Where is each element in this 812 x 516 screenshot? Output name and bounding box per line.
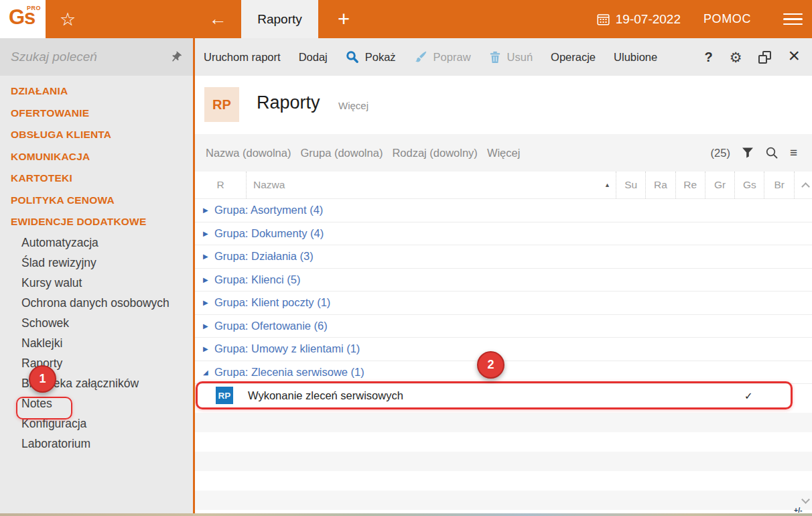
sidebar-item-naklejki[interactable]: Naklejki [0, 334, 193, 354]
group-label: Grupa: Klient poczty (1) [214, 296, 330, 309]
record-count: (25) [711, 147, 730, 159]
filter-funnel-icon[interactable] [742, 147, 754, 159]
edit-button[interactable]: Popraw [414, 50, 471, 64]
report-list: ▶ Grupa: Asortyment (4) ▶ Grupa: Dokumen… [195, 199, 812, 516]
list-options-icon[interactable]: ≡ [790, 145, 797, 160]
tree-collapsed-icon[interactable]: ▶ [203, 253, 214, 260]
sidebar-item-automatyzacja[interactable]: Automatyzacja [0, 233, 193, 253]
delete-button-label: Usuń [507, 51, 533, 64]
sidebar-item-dzialania[interactable]: DZIAŁANIA [0, 80, 193, 103]
column-header-gr[interactable]: Gr [705, 172, 735, 198]
sidebar-item-raporty[interactable]: Raporty [0, 354, 193, 374]
annotation-step-1: 1 [29, 365, 56, 393]
page-title: Raporty [257, 92, 320, 113]
column-header-br[interactable]: Br [764, 172, 794, 198]
tree-collapsed-icon[interactable]: ▶ [203, 276, 214, 283]
edit-button-label: Popraw [433, 51, 471, 64]
column-header-gs[interactable]: Gs [735, 172, 764, 198]
empty-row [195, 491, 812, 510]
tree-collapsed-icon[interactable]: ▶ [203, 345, 214, 352]
show-button[interactable]: Pokaż [346, 50, 396, 64]
main-panel: Uruchom raport Dodaj Pokaż Popraw [195, 38, 812, 516]
current-date: 19-07-2022 [616, 12, 681, 27]
sidebar-item-ochrona-danych[interactable]: Ochrona danych osobowych [0, 294, 193, 314]
sidebar-item-komunikacja[interactable]: KOMUNIKACJA [0, 146, 193, 168]
operations-button[interactable]: Operacje [551, 51, 596, 64]
sidebar-item-polityka-cenowa[interactable]: POLITYKA CENOWA [0, 190, 193, 212]
sidebar-item-ewidencje-dodatkowe[interactable]: EWIDENCJE DODATKOWE [0, 211, 193, 233]
column-header-r[interactable]: R [195, 172, 247, 198]
trash-icon [489, 50, 501, 64]
sort-asc-icon: ▲ [604, 182, 616, 188]
tree-collapsed-icon[interactable]: ▶ [203, 299, 214, 306]
date-picker[interactable]: 19-07-2022 [597, 12, 681, 27]
filter-bar: Nazwa (dowolna) Grupa (dowolna) Rodzaj (… [195, 134, 812, 172]
run-report-button[interactable]: Uruchom raport [204, 51, 281, 64]
empty-row [195, 432, 812, 452]
group-row-umowy[interactable]: ▶ Grupa: Umowy z klientami (1) [195, 338, 812, 361]
command-search[interactable]: Szukaj poleceń [0, 38, 193, 76]
sidebar-item-kursy-walut[interactable]: Kursy walut [0, 273, 193, 294]
page-header: RP Raporty Więcej [195, 76, 812, 134]
help-icon[interactable]: ? [704, 50, 712, 65]
tree-collapsed-icon[interactable]: ▶ [203, 230, 214, 237]
tree-collapsed-icon[interactable]: ▶ [203, 322, 214, 330]
sidebar-item-slad-rewizyjny[interactable]: Ślad rewizyjny [0, 253, 193, 273]
help-menu[interactable]: POMOC [703, 12, 751, 26]
sidebar-item-schowek[interactable]: Schowek [0, 314, 193, 334]
column-header-re[interactable]: Re [676, 172, 705, 198]
magnifier-icon [346, 50, 359, 64]
column-header-ra[interactable]: Ra [646, 172, 675, 198]
tab-raporty[interactable]: Raporty [241, 0, 318, 38]
titlebar: Gs PRO ☆ ← Raporty + 19-07-2022 POMOC [0, 0, 812, 38]
more-link[interactable]: Więcej [338, 100, 368, 111]
application-window: Gs PRO ☆ ← Raporty + 19-07-2022 POMOC Sz… [0, 0, 812, 516]
column-header-su[interactable]: Su [616, 172, 646, 198]
annotation-rect-raporty [16, 397, 72, 420]
column-header-nazwa-label: Nazwa [253, 179, 285, 191]
filter-grupa[interactable]: Grupa (dowolna) [300, 147, 383, 159]
group-row-klienci[interactable]: ▶ Grupa: Klienci (5) [195, 269, 812, 292]
app-logo: Gs PRO [0, 0, 46, 38]
back-arrow-icon[interactable]: ← [205, 0, 230, 38]
filter-nazwa[interactable]: Nazwa (dowolna) [206, 147, 291, 159]
logo-pro-text: PRO [27, 5, 41, 11]
hamburger-menu-icon[interactable] [783, 13, 803, 25]
group-label: Grupa: Dokumenty (4) [214, 227, 324, 240]
gear-icon[interactable]: ⚙ [730, 50, 742, 64]
column-header-nazwa[interactable]: Nazwa ▲ [247, 172, 616, 198]
brush-icon [414, 50, 427, 64]
tree-collapsed-icon[interactable]: ▶ [203, 206, 214, 214]
close-icon[interactable]: × [788, 46, 800, 66]
group-row-dokumenty[interactable]: ▶ Grupa: Dokumenty (4) [195, 222, 812, 246]
cascade-windows-icon[interactable] [758, 51, 771, 64]
toolbar: Uruchom raport Dodaj Pokaż Popraw [195, 38, 812, 76]
add-button[interactable]: Dodaj [299, 51, 328, 64]
filter-rodzaj[interactable]: Rodzaj (dowolny) [392, 147, 477, 159]
group-row-klient-poczty[interactable]: ▶ Grupa: Klient poczty (1) [195, 292, 812, 315]
calendar-icon [597, 13, 610, 25]
sidebar-item-laboratorium[interactable]: Laboratorium [0, 434, 193, 454]
search-input[interactable]: Szukaj poleceń [11, 50, 170, 64]
group-row-asortyment[interactable]: ▶ Grupa: Asortyment (4) [195, 199, 812, 222]
tree-expanded-icon[interactable]: ◢ [203, 369, 214, 376]
sidebar-item-ofertowanie[interactable]: OFERTOWANIE [0, 103, 193, 125]
delete-button[interactable]: Usuń [489, 50, 533, 64]
search-list-icon[interactable] [765, 146, 779, 159]
sidebar-item-obsluga-klienta[interactable]: OBSŁUGA KLIENTA [0, 124, 193, 146]
show-button-label: Pokaż [365, 51, 396, 64]
favorites-star-icon[interactable]: ☆ [56, 0, 79, 38]
empty-row [195, 471, 812, 491]
module-badge: RP [204, 87, 239, 122]
table-header: R Nazwa ▲ Su Ra Re Gr Gs Br [195, 172, 812, 199]
favorites-button[interactable]: Ulubione [614, 51, 657, 64]
group-row-dzialania[interactable]: ▶ Grupa: Działania (3) [195, 245, 812, 269]
filter-wiecej[interactable]: Więcej [487, 147, 521, 159]
sidebar-item-kartoteki[interactable]: KARTOTEKI [0, 168, 193, 190]
new-tab-button[interactable]: + [331, 0, 356, 38]
sidebar: Szukaj poleceń Infoserwis Wyszukiwarka D… [0, 38, 193, 516]
group-row-ofertowanie[interactable]: ▶ Grupa: Ofertowanie (6) [195, 315, 812, 338]
group-label: Grupa: Asortyment (4) [214, 204, 323, 216]
annotation-step-2: 2 [477, 351, 504, 379]
pin-icon[interactable] [167, 48, 185, 66]
